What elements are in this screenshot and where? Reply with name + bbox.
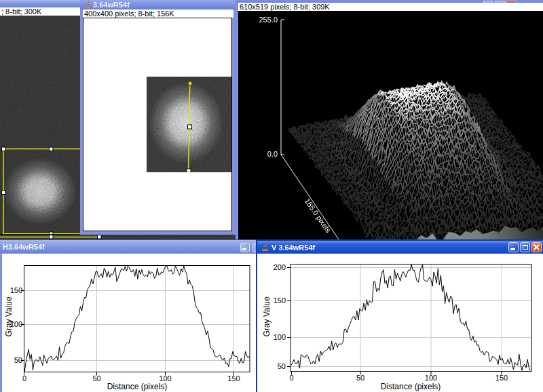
- svg-text:0: 0: [289, 374, 293, 382]
- svg-text:100: 100: [425, 374, 437, 382]
- svg-text:255.0: 255.0: [259, 16, 278, 24]
- svg-text:100: 100: [274, 333, 286, 341]
- svg-text:Gray Value: Gray Value: [4, 296, 14, 336]
- svg-text:50: 50: [278, 362, 286, 370]
- svg-text:0: 0: [22, 374, 26, 383]
- svg-text:Gray Value: Gray Value: [262, 296, 272, 336]
- svg-text:150: 150: [495, 374, 508, 382]
- svg-text:Distance (pixels): Distance (pixels): [107, 382, 168, 391]
- svg-text:50: 50: [14, 356, 22, 364]
- svg-text:0.0: 0.0: [267, 150, 278, 158]
- svg-text:150: 150: [10, 286, 22, 294]
- svg-text:150: 150: [274, 296, 286, 305]
- svg-text:150: 150: [227, 374, 240, 383]
- svg-text:50: 50: [356, 374, 364, 382]
- svg-text:200: 200: [274, 263, 286, 271]
- svg-text:Distance (pixels): Distance (pixels): [381, 382, 441, 391]
- svg-text:50: 50: [92, 374, 100, 383]
